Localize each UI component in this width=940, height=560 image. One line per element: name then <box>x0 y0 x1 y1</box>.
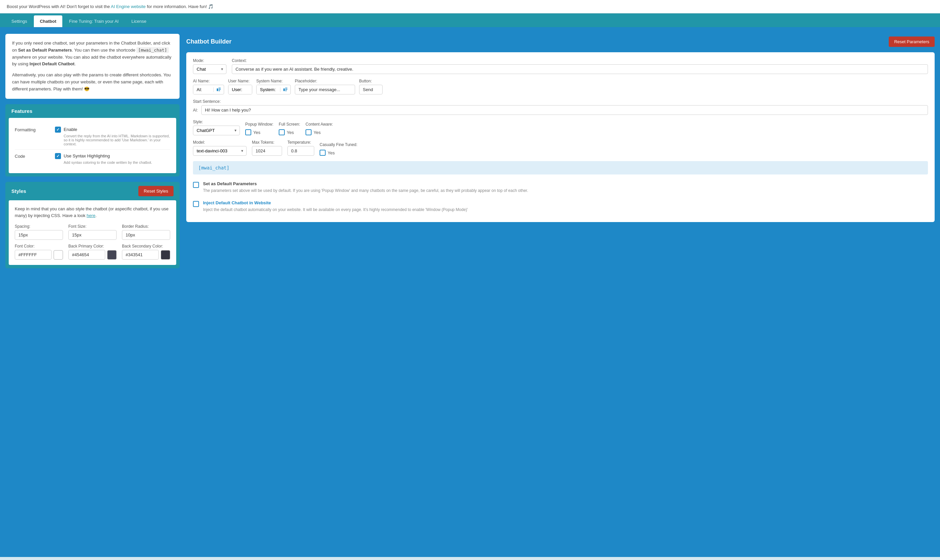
popup-window-checkbox[interactable] <box>245 129 251 135</box>
back-secondary-swatch[interactable] <box>161 250 170 260</box>
placeholder-input[interactable] <box>295 85 355 94</box>
names-row: AI Name: User Name: System Name: <box>193 79 928 94</box>
tab-license[interactable]: License <box>125 15 152 27</box>
feature-row-code: Code Use Syntax Highlighting Add syntax … <box>15 150 170 168</box>
back-secondary-label: Back Secondary Color: <box>122 244 170 249</box>
font-size-field: Font Size: <box>68 224 117 240</box>
full-screen-checkbox-row: Yes <box>279 129 300 135</box>
button-field: Button: <box>359 79 383 94</box>
font-color-field: Font Color: <box>15 244 63 260</box>
code-label: Use Syntax Highlighting <box>64 154 110 158</box>
back-primary-swatch[interactable] <box>107 250 117 260</box>
user-name-input[interactable] <box>228 85 252 94</box>
content-aware-yes: Yes <box>314 130 321 135</box>
set-default-label: Set as Default Parameters <box>203 181 528 186</box>
tab-settings[interactable]: Settings <box>5 15 33 27</box>
model-row: Model: text-davinci-003 gpt-3.5-turbo gp… <box>193 140 928 156</box>
border-radius-label: Border Radius: <box>122 224 170 229</box>
styles-title: Styles <box>11 188 26 194</box>
reset-parameters-button[interactable]: Reset Parameters <box>889 37 935 47</box>
start-sentence-label: Start Sentence: <box>193 99 928 104</box>
context-label: Context: <box>232 58 928 63</box>
full-screen-label: Full Screen: <box>279 122 300 126</box>
back-primary-field: Back Primary Color: <box>68 244 117 260</box>
font-size-input[interactable] <box>68 230 117 240</box>
fine-tuned-checkbox-row: Yes <box>320 150 357 156</box>
system-name-input[interactable] <box>257 85 280 94</box>
info-bold1: Set as Default Parameters <box>18 48 72 52</box>
styles-header: Styles Reset Styles <box>5 182 180 200</box>
styles-grid-bottom: Font Color: Back Primary Color: <box>15 244 170 260</box>
top-banner: Boost your WordPress with AI! Don't forg… <box>0 0 940 14</box>
tab-chatbot[interactable]: Chatbot <box>34 15 62 27</box>
temperature-input[interactable] <box>288 146 314 156</box>
features-body: Formatting Enable Convert the reply from… <box>9 118 176 173</box>
reset-styles-button[interactable]: Reset Styles <box>138 186 174 196</box>
font-color-input[interactable] <box>15 250 52 260</box>
mode-field: Mode: Chat Assistant Images ▼ <box>193 58 226 74</box>
context-input[interactable] <box>232 64 928 74</box>
style-select[interactable]: ChatGPT Bubble Window <box>193 126 240 135</box>
temperature-label: Temperature: <box>288 140 314 145</box>
styles-info-link[interactable]: here <box>87 213 95 218</box>
feature-label-formatting: Formatting <box>15 126 48 132</box>
tab-fine-tuning[interactable]: Fine Tuning: Train your AI <box>63 15 125 27</box>
fine-tuned-checkbox[interactable] <box>320 150 326 156</box>
code-checkbox[interactable] <box>55 153 61 159</box>
mode-label: Mode: <box>193 58 226 63</box>
feature-label-code: Code <box>15 153 48 159</box>
inject-row: Inject Default Chatbot in Website Inject… <box>193 197 928 216</box>
start-sentence-input[interactable] <box>202 105 928 115</box>
model-select-wrapper: text-davinci-003 gpt-3.5-turbo gpt-4 ▼ <box>193 146 246 156</box>
set-default-row: Set as Default Parameters The parameters… <box>193 178 928 197</box>
ai-name-input[interactable] <box>193 85 213 94</box>
right-panel: Chatbot Builder Reset Parameters Mode: C… <box>186 34 935 550</box>
content-aware-checkbox-row: Yes <box>306 129 333 135</box>
style-label: Style: <box>193 120 240 124</box>
system-name-label: System Name: <box>256 79 291 83</box>
border-radius-input[interactable] <box>122 230 170 240</box>
back-primary-input[interactable] <box>68 250 105 260</box>
system-name-input-wrapper <box>256 85 291 94</box>
ai-name-field: AI Name: <box>193 79 224 94</box>
spacing-label: Spacing: <box>15 224 63 229</box>
info-code1: [mwai_chat] <box>136 47 169 53</box>
shortcode-section: [mwai_chat] <box>193 161 928 174</box>
styles-info: Keep in mind that you can also style the… <box>15 206 170 220</box>
content-aware-checkbox[interactable] <box>306 129 312 135</box>
banner-link[interactable]: AI Engine website <box>111 4 146 9</box>
fine-tuned-field: Casually Fine Tuned: Yes <box>320 142 357 156</box>
system-name-icon <box>280 88 291 92</box>
main-content: If you only need one chatbot, set your p… <box>0 27 940 557</box>
code-desc: Add syntax coloring to the code written … <box>64 160 152 165</box>
mode-select[interactable]: Chat Assistant Images <box>193 64 226 74</box>
builder-card: Mode: Chat Assistant Images ▼ Context: <box>186 52 935 222</box>
features-section: Features Formatting Enable Convert the r… <box>5 104 180 177</box>
button-input[interactable] <box>359 85 383 94</box>
font-color-swatch[interactable] <box>54 250 63 260</box>
set-default-checkbox[interactable] <box>193 182 199 188</box>
feature-right-code: Use Syntax Highlighting Add syntax color… <box>55 153 152 165</box>
svg-rect-5 <box>285 88 288 88</box>
user-name-label: User Name: <box>228 79 252 83</box>
shortcode-box: [mwai_chat] <box>193 161 928 174</box>
svg-rect-6 <box>285 89 288 90</box>
svg-rect-3 <box>218 91 220 91</box>
start-sentence-row: AI: <box>193 105 928 115</box>
full-screen-checkbox[interactable] <box>279 129 285 135</box>
model-select[interactable]: text-davinci-003 gpt-3.5-turbo gpt-4 <box>193 146 246 156</box>
style-select-wrapper: ChatGPT Bubble Window ▼ <box>193 126 240 135</box>
ai-name-input-wrapper <box>193 85 224 94</box>
max-tokens-input[interactable] <box>252 146 282 156</box>
inject-desc: Inject the default chatbot automatically… <box>203 207 468 213</box>
spacing-input[interactable] <box>15 230 63 240</box>
svg-rect-4 <box>283 88 285 91</box>
popup-window-label: Popup Window: <box>245 122 273 126</box>
style-row: Style: ChatGPT Bubble Window ▼ Popup Win… <box>193 120 928 135</box>
back-secondary-input[interactable] <box>122 250 159 260</box>
max-tokens-label: Max Tokens: <box>252 140 282 145</box>
formatting-checkbox[interactable] <box>55 126 61 132</box>
ai-name-label: AI Name: <box>193 79 224 83</box>
font-color-label: Font Color: <box>15 244 63 249</box>
inject-checkbox[interactable] <box>193 201 199 207</box>
